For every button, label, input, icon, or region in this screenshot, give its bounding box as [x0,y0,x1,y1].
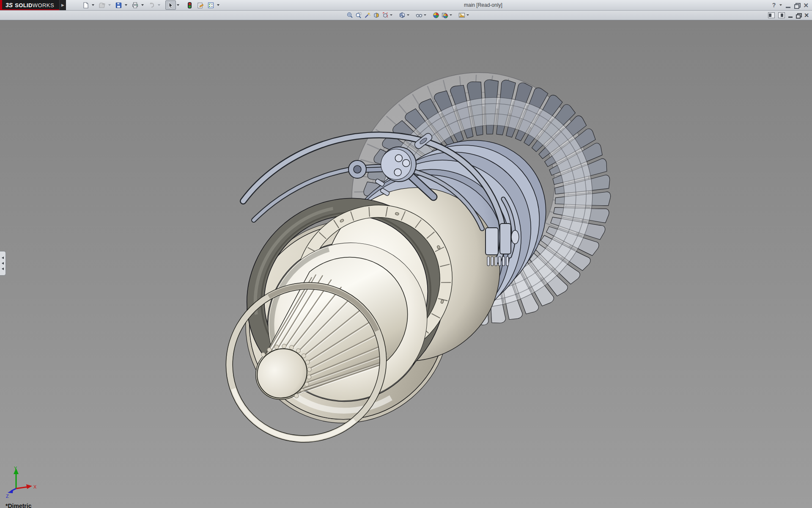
triad-z-label: Z [6,494,9,499]
help-dropdown[interactable] [779,4,782,6]
mount-lug [348,160,366,178]
restore-button[interactable] [794,3,799,8]
child-window-controls: ✕ [768,11,809,19]
section-view-button[interactable] [372,11,381,19]
standard-toolbar [80,0,222,10]
print-button[interactable] [130,0,140,10]
save-button[interactable] [113,0,124,10]
dassault-logo-icon: 3S [5,2,13,8]
reference-triad: Y X Z [3,465,43,500]
close-button[interactable]: ✕ [803,2,809,8]
zoom-to-fit-icon [346,12,353,19]
titlebar: 3S SOLIDWORKS ▶ [0,0,812,11]
collapse-arrow-icon [2,257,4,259]
brand-name: SOLID [15,2,33,8]
show-left-pane-button[interactable] [768,12,775,18]
appearance-ball-icon [433,12,439,19]
minimize-button[interactable] [786,3,790,8]
display-style-button[interactable] [398,11,406,19]
apply-scene-button[interactable] [440,11,449,19]
section-view-icon [373,12,380,19]
select-button[interactable] [165,0,176,10]
headsup-row: ✕ [0,10,812,20]
previous-view-icon [364,12,371,19]
new-document-icon [82,2,89,9]
file-properties-button[interactable] [195,0,206,10]
rebuild-button[interactable] [184,0,195,10]
triad-x-label: X [33,484,37,489]
eyeglasses-icon [416,12,422,19]
save-dropdown[interactable] [124,1,129,9]
select-cursor-icon [167,2,174,9]
apply-scene-icon [442,12,448,19]
solidworks-window: 3S SOLIDWORKS ▶ [0,0,812,508]
display-style-dropdown[interactable] [406,11,410,19]
open-dropdown[interactable] [107,1,112,9]
print-icon [132,2,139,9]
undo-dropdown[interactable] [157,1,162,9]
zoom-to-area-button[interactable] [354,11,363,19]
view-settings-icon [458,12,465,19]
headsup-view-toolbar [345,11,470,19]
solidworks-logo[interactable]: 3S SOLIDWORKS [0,0,59,10]
open-folder-icon [99,2,106,9]
help-button[interactable]: ? [772,2,776,8]
window-controls: ? ✕ [772,0,809,10]
hide-show-items-dropdown[interactable] [423,11,427,19]
view-settings-dropdown[interactable] [466,11,469,19]
child-minimize-button[interactable] [788,13,793,18]
zoom-to-fit-button[interactable] [345,11,354,19]
open-button[interactable] [97,0,107,10]
graphics-area[interactable]: Y X Z *Dimetric [0,20,812,508]
edit-appearance-button[interactable] [431,11,440,19]
menu-expand-arrow[interactable]: ▶ [59,0,66,10]
view-orientation-button[interactable] [381,11,390,19]
view-orientation-icon [382,12,389,19]
display-style-icon [399,12,406,19]
options-button[interactable] [206,0,216,10]
select-dropdown[interactable] [176,1,181,9]
view-settings-button[interactable] [457,11,466,19]
traffic-light-icon [186,2,193,9]
save-icon [115,2,122,9]
new-document-dropdown[interactable] [91,1,96,9]
undo-icon [148,2,155,9]
print-dropdown[interactable] [140,1,145,9]
view-orientation-label: *Dimetric [5,502,31,508]
apply-scene-dropdown[interactable] [449,11,453,19]
hide-show-items-button[interactable] [414,11,423,19]
options-icon [207,2,214,9]
show-right-pane-button[interactable] [778,12,785,18]
file-properties-icon [197,2,204,9]
collapse-arrow-icon [2,268,4,270]
turbine-engine-model[interactable] [0,20,812,508]
panel-splitter-handle[interactable] [0,251,6,276]
options-dropdown[interactable] [216,1,221,9]
collapse-arrow-icon [2,262,4,265]
child-close-button[interactable]: ✕ [804,12,809,18]
document-title: main [Read-only] [464,2,502,8]
undo-button[interactable] [146,0,157,10]
view-orientation-dropdown[interactable] [390,11,393,19]
previous-view-button[interactable] [363,11,372,19]
new-document-button[interactable] [80,0,91,10]
zoom-to-area-icon [355,12,362,19]
child-restore-button[interactable] [796,13,801,17]
triad-y-label: Y [14,466,17,471]
